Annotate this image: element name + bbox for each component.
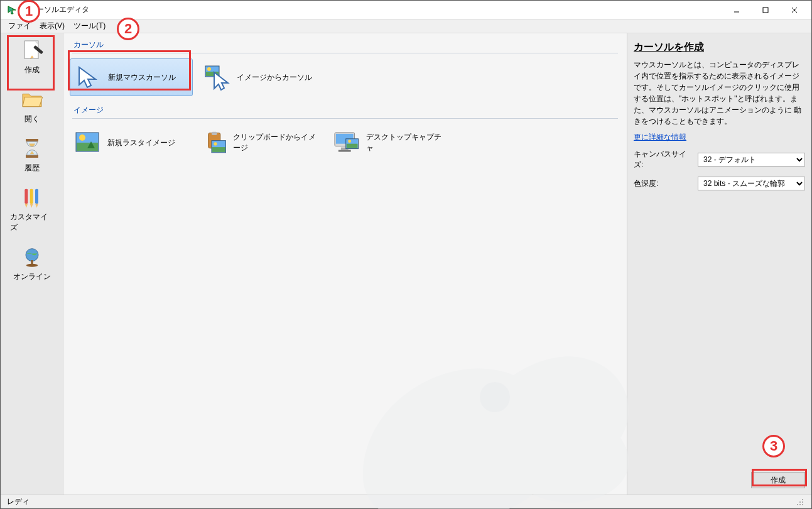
color-depth-row: 色深度: 32 bits - スムーズな輪郭 (634, 177, 805, 190)
right-panel: カーソルを作成 マウスカーソルとは、コンピュータのディスプレイ内で位置を指示する… (627, 33, 811, 495)
sidebar-item-open[interactable]: 開く (10, 85, 54, 126)
menubar: ファイ 表示(V) ツール(T) (1, 19, 811, 33)
resize-grip-icon[interactable] (795, 497, 805, 507)
svg-point-23 (207, 67, 211, 71)
sidebar-item-label: 履歴 (24, 163, 40, 173)
svg-marker-13 (24, 204, 28, 208)
canvas-size-row: キャンバスサイズ: 32 - デフォルト (634, 149, 805, 170)
clipboard-image-icon (203, 129, 227, 156)
option-label: 新規ラスタイメージ (107, 138, 175, 148)
desktop-capture-icon (332, 129, 360, 156)
option-desktop-capture[interactable]: デスクトップキャプチャ (328, 124, 452, 161)
sidebar-item-label: カスタマイズ (10, 212, 54, 233)
window-title: ld カーソルエディタ (21, 4, 722, 15)
create-button[interactable]: 作成 (751, 472, 805, 488)
hourglass-icon (19, 136, 45, 161)
canvas-size-select[interactable]: 32 - デフォルト (698, 153, 805, 167)
svg-point-40 (348, 140, 351, 143)
option-label: デスクトップキャプチャ (366, 132, 448, 153)
globe-icon (19, 244, 45, 270)
option-new-raster-image[interactable]: 新規ラスタイメージ (70, 124, 193, 161)
right-heading: カーソルを作成 (634, 41, 805, 54)
svg-marker-20 (79, 67, 95, 87)
option-label: イメージからカーソル (237, 72, 312, 83)
svg-point-46 (802, 504, 803, 505)
menu-file[interactable]: ファイ (4, 19, 35, 33)
sidebar-item-label: オンライン (13, 271, 51, 282)
svg-point-44 (797, 504, 798, 505)
svg-rect-39 (347, 144, 358, 148)
sidebar-item-history[interactable]: 履歴 (10, 134, 54, 175)
svg-rect-8 (26, 139, 38, 141)
sidebar-item-online[interactable]: オンライン (10, 243, 54, 284)
svg-point-43 (802, 501, 803, 503)
center-panel: カーソル 新規マウスカーソル (63, 33, 627, 495)
cursor-from-image-icon (203, 63, 230, 91)
folder-open-icon (19, 87, 45, 112)
sidebar-item-label: 開く (24, 114, 40, 124)
svg-rect-9 (26, 155, 38, 158)
svg-marker-15 (35, 204, 38, 208)
svg-rect-11 (30, 189, 33, 204)
svg-marker-24 (214, 72, 228, 90)
svg-rect-37 (338, 150, 351, 152)
option-new-mouse-cursor[interactable]: 新規マウスカーソル (70, 58, 193, 96)
titlebar: ld カーソルエディタ (1, 1, 811, 19)
application-window: ld カーソルエディタ ファイ 表示(V) ツール(T) 作成 (0, 0, 812, 509)
svg-point-45 (799, 504, 801, 505)
svg-point-18 (26, 264, 37, 267)
svg-point-16 (26, 249, 38, 261)
sidebar-item-label: 作成 (24, 65, 40, 75)
document-pencil-icon (19, 38, 45, 63)
svg-marker-14 (30, 204, 33, 208)
right-description: マウスカーソルとは、コンピュータのディスプレイ内で位置を指示するために表示される… (634, 59, 805, 127)
svg-rect-32 (212, 147, 225, 152)
option-cursor-from-image[interactable]: イメージからカーソル (199, 58, 322, 96)
statusbar: レディ (1, 495, 811, 508)
status-text: レディ (7, 496, 30, 507)
group-label-image: イメージ (70, 102, 620, 118)
svg-rect-30 (212, 132, 217, 135)
option-label: 新規マウスカーソル (108, 72, 176, 83)
option-label: クリップボードからイメージ (233, 132, 318, 153)
watermark-icon (325, 287, 652, 509)
svg-point-19 (480, 382, 510, 412)
minimize-button[interactable] (722, 1, 751, 19)
close-button[interactable] (780, 1, 809, 19)
main: カーソル 新規マウスカーソル (63, 33, 811, 495)
svg-rect-26 (77, 143, 98, 151)
color-depth-select[interactable]: 32 bits - スムーズな輪郭 (698, 177, 805, 190)
svg-rect-17 (31, 260, 33, 265)
menu-tools[interactable]: ツール(T) (70, 19, 109, 33)
svg-point-27 (79, 134, 85, 141)
sidebar: 作成 開く (1, 33, 63, 495)
divider (72, 118, 618, 119)
pencils-icon (19, 185, 45, 210)
svg-rect-10 (24, 189, 28, 204)
menu-view[interactable]: 表示(V) (36, 19, 68, 33)
sidebar-item-customize[interactable]: カスタマイズ (10, 183, 54, 235)
more-info-link[interactable]: 更に詳細な情報 (634, 132, 805, 143)
svg-point-42 (799, 501, 801, 503)
svg-rect-1 (763, 8, 768, 13)
cursor-options-row: 新規マウスカーソル イメージからカーソル (70, 58, 620, 96)
body: 作成 開く (1, 33, 811, 495)
canvas-size-label: キャンバスサイズ: (634, 149, 694, 170)
group-label-cursor: カーソル (70, 37, 620, 53)
option-image-from-clipboard[interactable]: クリップボードからイメージ (199, 124, 322, 161)
image-options-row: 新規ラスタイメージ クリップボードからイメージ (70, 124, 620, 161)
svg-point-33 (214, 142, 217, 145)
color-depth-label: 色深度: (634, 178, 694, 189)
maximize-button[interactable] (751, 1, 780, 19)
svg-rect-12 (35, 189, 38, 204)
divider (72, 53, 618, 53)
sidebar-item-create[interactable]: 作成 (10, 36, 54, 77)
cursor-arrow-icon (74, 63, 102, 91)
app-icon (7, 5, 17, 15)
raster-image-icon (73, 129, 101, 156)
svg-point-41 (802, 499, 803, 500)
